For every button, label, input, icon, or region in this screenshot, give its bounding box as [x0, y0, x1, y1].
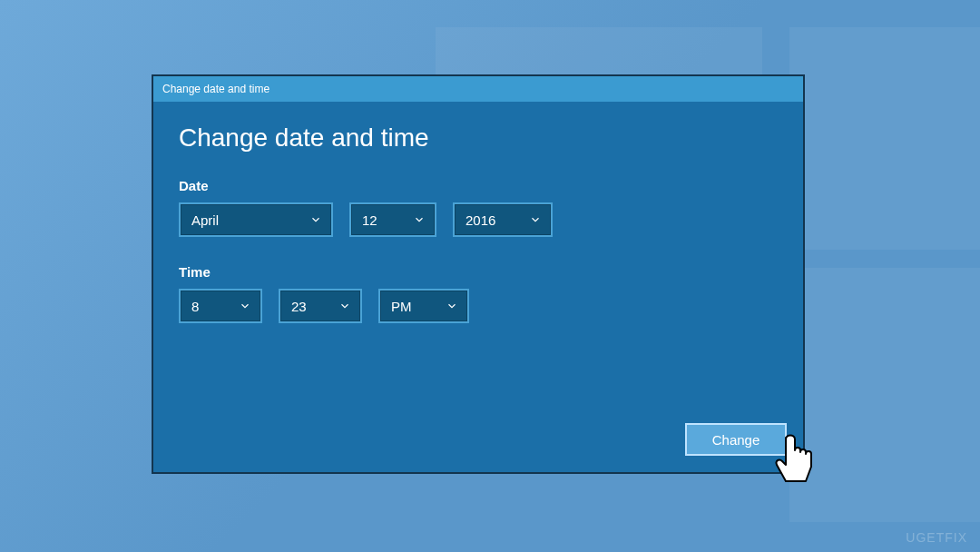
dialog-footer: Change	[685, 423, 787, 456]
change-button[interactable]: Change	[685, 423, 787, 456]
day-value: 12	[362, 212, 377, 228]
time-row: 8 23 PM	[179, 289, 778, 323]
desktop-pane	[789, 27, 980, 250]
hour-value: 8	[191, 299, 199, 314]
chevron-down-icon	[446, 300, 458, 312]
desktop-pane	[789, 268, 980, 522]
month-value: April	[191, 212, 219, 228]
dialog-content: Change date and time Date April 12 2016 …	[153, 102, 803, 323]
ampm-value: PM	[391, 299, 412, 314]
year-value: 2016	[466, 212, 495, 228]
chevron-down-icon	[309, 213, 322, 226]
month-select[interactable]: April	[179, 202, 333, 237]
window-title: Change date and time	[162, 83, 270, 95]
day-select[interactable]: 12	[349, 202, 436, 237]
year-select[interactable]: 2016	[453, 202, 553, 237]
desktop-pane	[436, 27, 762, 82]
chevron-down-icon	[529, 213, 542, 226]
chevron-down-icon	[239, 300, 251, 312]
minute-select[interactable]: 23	[279, 289, 362, 323]
chevron-down-icon	[338, 300, 351, 312]
time-label: Time	[179, 264, 778, 280]
chevron-down-icon	[413, 213, 426, 226]
minute-value: 23	[291, 299, 307, 314]
date-row: April 12 2016	[179, 202, 778, 237]
watermark: UGETFIX	[906, 530, 967, 545]
hour-select[interactable]: 8	[179, 289, 262, 323]
date-label: Date	[179, 178, 778, 193]
titlebar: Change date and time	[153, 76, 803, 102]
change-date-time-dialog: Change date and time Change date and tim…	[152, 74, 805, 474]
change-button-label: Change	[712, 432, 760, 448]
ampm-select[interactable]: PM	[378, 289, 469, 323]
dialog-heading: Change date and time	[179, 123, 778, 153]
